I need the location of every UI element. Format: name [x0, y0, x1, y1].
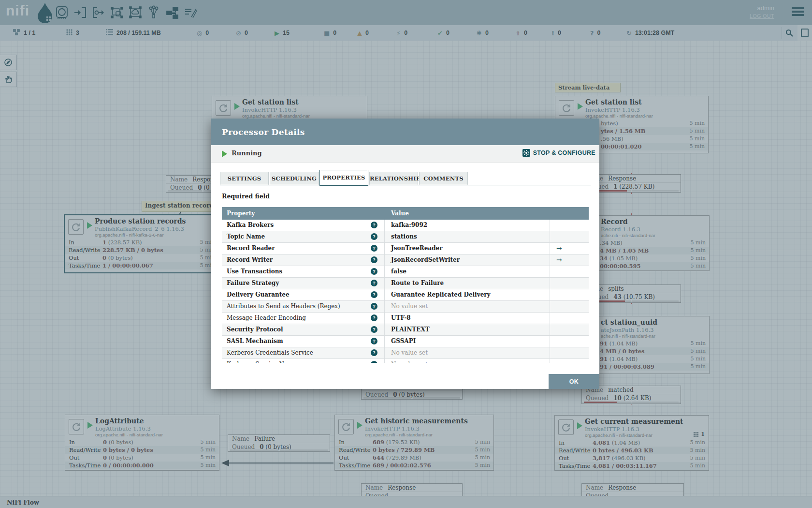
help-icon[interactable]: ?: [371, 349, 377, 356]
help-icon[interactable]: ?: [371, 303, 377, 310]
property-row[interactable]: Topic Name? stations: [222, 231, 589, 243]
dialog-title: Processor Details: [222, 127, 305, 137]
dialog-tabs: SETTINGS SCHEDULING PROPERTIES RELATIONS…: [220, 171, 591, 185]
dialog-status-strip: Running STOP & CONFIGURE: [211, 145, 599, 163]
property-row[interactable]: Record Writer? JsonRecordSetWriter →: [222, 254, 589, 266]
help-icon[interactable]: ?: [371, 222, 377, 228]
ok-button[interactable]: OK: [549, 374, 599, 389]
property-row[interactable]: Kerberos Credentials Service? No value s…: [222, 347, 589, 359]
properties-table: Property Value Kafka Brokers? kafka:9092…: [222, 207, 589, 363]
tab-comments[interactable]: COMMENTS: [419, 172, 468, 185]
property-row[interactable]: Message Header Encoding? UTF-8: [222, 313, 589, 324]
column-value: Value: [391, 207, 409, 220]
help-icon[interactable]: ?: [371, 233, 377, 240]
go-to-service-icon[interactable]: →: [556, 254, 562, 266]
dialog-header: Processor Details: [211, 119, 599, 145]
property-row[interactable]: Kafka Brokers? kafka:9092: [222, 220, 589, 231]
property-row[interactable]: Failure Strategy? Route to Failure: [222, 278, 589, 289]
column-property: Property: [227, 207, 255, 220]
property-row[interactable]: Record Reader? JsonTreeReader →: [222, 243, 589, 254]
run-status: Running: [232, 149, 262, 157]
help-icon[interactable]: ?: [371, 361, 377, 363]
required-field-note: Required field: [222, 193, 270, 200]
property-row[interactable]: SASL Mechanism? GSSAPI: [222, 336, 589, 347]
gear-icon: [522, 149, 530, 157]
tab-settings[interactable]: SETTINGS: [220, 172, 269, 185]
property-row-clipped[interactable]: Kerberos Service Name? No value set: [222, 359, 589, 363]
go-to-service-icon[interactable]: →: [556, 243, 562, 254]
help-icon[interactable]: ?: [371, 280, 377, 286]
help-icon[interactable]: ?: [371, 291, 377, 298]
help-icon[interactable]: ?: [371, 268, 377, 275]
help-icon[interactable]: ?: [371, 326, 377, 333]
property-row[interactable]: Delivery Guarantee? Guarantee Replicated…: [222, 289, 589, 301]
property-row[interactable]: Use Transactions? false: [222, 266, 589, 278]
help-icon[interactable]: ?: [371, 314, 377, 321]
running-icon: [222, 150, 227, 157]
help-icon[interactable]: ?: [371, 245, 377, 252]
stop-and-configure-button[interactable]: STOP & CONFIGURE: [522, 149, 595, 157]
processor-details-dialog: Processor Details Running STOP & CONFIGU…: [211, 119, 599, 389]
properties-table-header: Property Value: [222, 207, 589, 220]
property-row[interactable]: Security Protocol? PLAINTEXT: [222, 324, 589, 336]
tab-scheduling[interactable]: SCHEDULING: [270, 172, 319, 185]
help-icon[interactable]: ?: [371, 256, 377, 263]
tab-relationships[interactable]: RELATIONSHIPS: [369, 172, 418, 185]
help-icon[interactable]: ?: [371, 338, 377, 344]
property-row[interactable]: Attributes to Send as Headers (Regex)? N…: [222, 301, 589, 313]
nifi-app: nifi: [0, 0, 812, 508]
tab-properties[interactable]: PROPERTIES: [319, 170, 368, 186]
